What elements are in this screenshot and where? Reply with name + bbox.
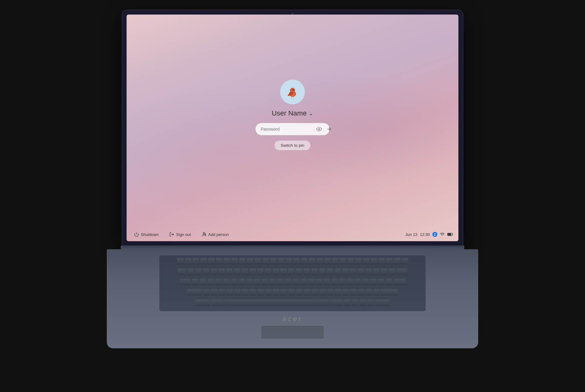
- laptop-hinge: [121, 246, 464, 249]
- acer-logo-text: acer: [282, 315, 303, 323]
- add-person-button[interactable]: Add person: [199, 231, 232, 238]
- shutdown-label: Shutdown: [141, 232, 159, 237]
- notification-badge[interactable]: 2: [432, 232, 437, 237]
- wifi-icon: [440, 232, 445, 237]
- touchpad[interactable]: [262, 326, 323, 338]
- password-field-container[interactable]: [255, 123, 330, 135]
- switch-to-pin-button[interactable]: Switch to pin: [274, 140, 311, 150]
- keyboard: [159, 255, 426, 311]
- taskbar-right: Jun 13 12:30 2: [405, 232, 453, 237]
- sign-out-label: Sign out: [176, 232, 191, 237]
- avatar: [280, 80, 305, 104]
- svg-point-14: [318, 128, 320, 130]
- notification-count: 2: [434, 233, 436, 236]
- svg-point-5: [293, 89, 294, 90]
- svg-line-10: [291, 98, 292, 98]
- taskbar-left: Shutdown Sign out: [132, 231, 231, 238]
- show-password-button[interactable]: [315, 125, 323, 133]
- screen: User Name ⌄: [127, 15, 458, 241]
- password-input[interactable]: [261, 127, 315, 132]
- sign-out-icon: [169, 232, 174, 237]
- time-display: 12:30: [420, 232, 430, 237]
- laptop-device: User Name ⌄: [85, 10, 500, 382]
- svg-point-18: [203, 233, 205, 234]
- svg-line-12: [293, 98, 294, 98]
- password-icons: [315, 125, 333, 133]
- power-icon: [134, 232, 139, 237]
- svg-line-11: [292, 98, 292, 98]
- svg-rect-23: [448, 233, 451, 235]
- add-person-icon: [202, 232, 206, 237]
- screen-bezel: User Name ⌄: [122, 10, 463, 246]
- username-row[interactable]: User Name ⌄: [272, 109, 313, 117]
- laptop-base: acer: [107, 249, 478, 348]
- taskbar: Shutdown Sign out: [127, 228, 458, 241]
- battery-icon: [447, 232, 453, 237]
- svg-point-4: [293, 89, 294, 90]
- username-label: User Name: [272, 109, 307, 117]
- sign-out-button[interactable]: Sign out: [167, 231, 193, 238]
- login-container: User Name ⌄: [127, 15, 458, 228]
- submit-password-button[interactable]: [325, 125, 333, 133]
- chevron-down-icon: ⌄: [309, 110, 313, 117]
- date-display: Jun 13: [405, 232, 417, 237]
- shutdown-button[interactable]: Shutdown: [132, 231, 161, 238]
- add-person-label: Add person: [208, 232, 229, 237]
- svg-line-13: [293, 98, 293, 98]
